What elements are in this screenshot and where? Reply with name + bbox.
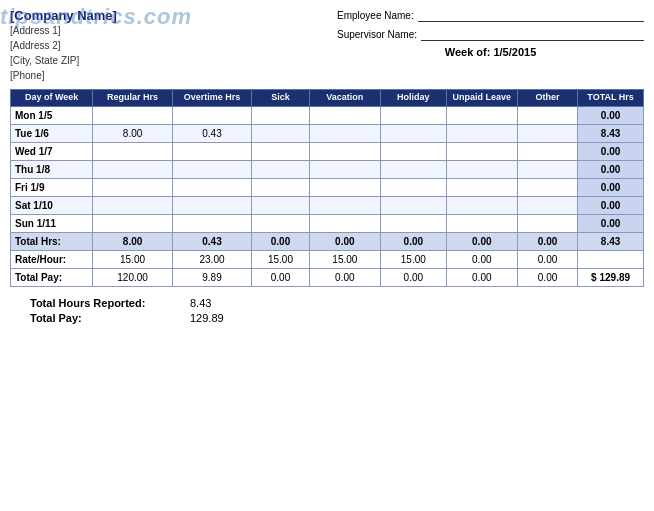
header-day: Day of Week [11,90,93,107]
cell-overtime [172,196,251,214]
cell-sick [252,160,310,178]
table-row: Fri 1/90.00 [11,178,644,196]
header-vacation: Vacation [309,90,380,107]
header-regular: Regular Hrs [93,90,172,107]
header-sick: Sick [252,90,310,107]
cell-overtime [172,214,251,232]
total-pay-label: Total Pay: [30,312,190,324]
total-hours-label: Total Hours Reported: [30,297,190,309]
supervisor-name-field [421,27,644,41]
employee-info: Employee Name: Supervisor Name: Week of:… [317,8,644,83]
cell-holiday [380,214,446,232]
cell-day: Fri 1/9 [11,178,93,196]
cell-unpaid [446,142,517,160]
rate-row: Rate/Hour:15.0023.0015.0015.0015.000.000… [11,250,644,268]
cell-holiday [380,142,446,160]
address2: [Address 2] [10,38,317,53]
cell-day: Mon 1/5 [11,106,93,124]
cell-holiday [380,106,446,124]
cell-total: 0.00 [578,142,644,160]
cell-day: Wed 1/7 [11,142,93,160]
cell-unpaid [446,214,517,232]
cell-overtime [172,160,251,178]
header-other: Other [517,90,577,107]
header-unpaid: Unpaid Leave [446,90,517,107]
table-row: Thu 1/80.00 [11,160,644,178]
cell-overtime [172,142,251,160]
cell-regular [93,106,172,124]
cell-other [517,160,577,178]
cell-regular [93,196,172,214]
table-row: Mon 1/50.00 [11,106,644,124]
employee-name-field [418,8,644,22]
cell-unpaid [446,106,517,124]
week-of: Week of: 1/5/2015 [337,46,644,58]
cell-sick [252,196,310,214]
cell-sick [252,142,310,160]
company-info: [Company Name] [Address 1] [Address 2] [… [10,8,317,83]
week-of-value: 1/5/2015 [493,46,536,58]
cell-total: 0.00 [578,106,644,124]
cell-holiday [380,124,446,142]
cell-unpaid [446,160,517,178]
cell-total: 0.00 [578,178,644,196]
week-of-label: Week of: [445,46,491,58]
cell-sick [252,214,310,232]
cell-day: Thu 1/8 [11,160,93,178]
cell-regular [93,142,172,160]
phone: [Phone] [10,68,317,83]
cell-total: 0.00 [578,160,644,178]
cell-total: 0.00 [578,196,644,214]
cell-day: Sat 1/10 [11,196,93,214]
cell-sick [252,178,310,196]
cell-overtime [172,106,251,124]
header-total: TOTAL Hrs [578,90,644,107]
cell-vacation [309,196,380,214]
cell-unpaid [446,124,517,142]
table-row: Wed 1/70.00 [11,142,644,160]
total-hours-value: 8.43 [190,297,211,309]
table-row: Sun 1/110.00 [11,214,644,232]
cell-vacation [309,160,380,178]
total-hours-row: Total Hrs:8.000.430.000.000.000.000.008.… [11,232,644,250]
city-state: [City, State ZIP] [10,53,317,68]
cell-holiday [380,160,446,178]
cell-other [517,106,577,124]
cell-day: Sun 1/11 [11,214,93,232]
total-pay-row: Total Pay:120.009.890.000.000.000.000.00… [11,268,644,286]
cell-regular: 8.00 [93,124,172,142]
cell-holiday [380,196,446,214]
timesheet-table: Day of Week Regular Hrs Overtime Hrs Sic… [10,89,644,287]
cell-day: Tue 1/6 [11,124,93,142]
cell-other [517,124,577,142]
cell-sick [252,106,310,124]
cell-regular [93,178,172,196]
cell-unpaid [446,178,517,196]
summary-section: Total Hours Reported: 8.43 Total Pay: 12… [10,297,644,324]
cell-other [517,178,577,196]
header-overtime: Overtime Hrs [172,90,251,107]
cell-sick [252,124,310,142]
cell-vacation [309,214,380,232]
cell-vacation [309,142,380,160]
address1: [Address 1] [10,23,317,38]
header-holiday: Holiday [380,90,446,107]
cell-total: 0.00 [578,214,644,232]
cell-other [517,196,577,214]
cell-vacation [309,106,380,124]
table-row: Tue 1/68.000.438.43 [11,124,644,142]
cell-other [517,214,577,232]
cell-regular [93,160,172,178]
cell-other [517,142,577,160]
company-name: [Company Name] [10,8,317,23]
employee-name-label: Employee Name: [337,10,414,21]
cell-vacation [309,178,380,196]
supervisor-name-label: Supervisor Name: [337,29,417,40]
cell-unpaid [446,196,517,214]
cell-total: 8.43 [578,124,644,142]
cell-overtime: 0.43 [172,124,251,142]
cell-overtime [172,178,251,196]
total-pay-value: 129.89 [190,312,224,324]
cell-vacation [309,124,380,142]
table-row: Sat 1/100.00 [11,196,644,214]
